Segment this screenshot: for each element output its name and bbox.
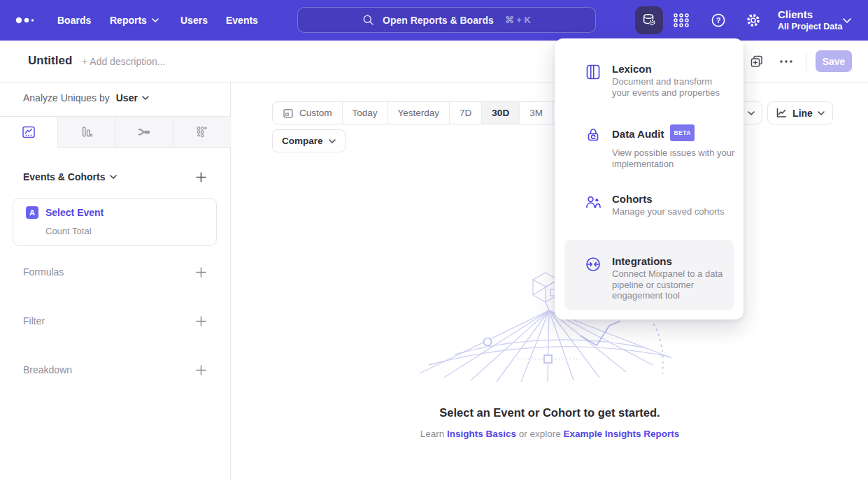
menu-item-data-audit[interactable]: Data Audit BETA View possible issues wit…	[585, 125, 744, 169]
nav-label: Events	[226, 15, 258, 26]
search-shortcut: ⌘ + K	[505, 15, 531, 25]
range-30d[interactable]: 30D	[482, 102, 520, 124]
insights-basics-link[interactable]: Insights Basics	[447, 429, 516, 439]
menu-item-description: View possible issues with your implement…	[612, 148, 744, 169]
org-name: Clients	[778, 8, 842, 21]
select-event-card[interactable]: A Select Event Count Total	[13, 198, 217, 246]
date-range-picker: Custom Today Yesterday 7D 30D 3M 6M	[272, 101, 587, 124]
example-insights-reports-link[interactable]: Example Insights Reports	[564, 429, 680, 439]
nav-label: Boards	[57, 15, 91, 26]
project-name: All Project Data	[778, 21, 842, 33]
line-chart-icon	[22, 125, 36, 139]
range-yesterday[interactable]: Yesterday	[388, 102, 450, 124]
help-button[interactable]: ?	[704, 6, 732, 34]
add-filter-button[interactable]	[195, 315, 207, 327]
chart-type-tabbar	[0, 116, 231, 148]
flow-chart-icon	[137, 125, 151, 139]
uniques-by-dropdown[interactable]: User	[116, 92, 149, 103]
more-options-button[interactable]	[778, 55, 795, 69]
lexicon-icon	[585, 64, 602, 80]
global-search-input[interactable]: Open Reports & Boards ⌘ + K	[297, 7, 596, 33]
range-label: 7D	[460, 108, 471, 118]
add-description-field[interactable]: + Add description...	[82, 56, 165, 67]
range-7d[interactable]: 7D	[450, 102, 482, 124]
ellipsis-icon	[779, 59, 793, 64]
count-total-label[interactable]: Count Total	[45, 226, 92, 236]
events-cohorts-header: Events & Cohorts	[23, 168, 207, 186]
divider	[806, 52, 806, 71]
search-placeholder: Open Reports & Boards	[383, 15, 494, 26]
mixpanel-insights-page: Boards Reports Users Events Open Reports…	[0, 0, 868, 481]
chevron-down-icon	[329, 139, 336, 143]
chart-area: Custom Today Yesterday 7D 30D 3M 6M Comp…	[232, 82, 868, 481]
menu-item-title: Cohorts	[612, 192, 653, 206]
menu-item-description: Document and transform your events and p…	[612, 76, 724, 98]
report-title[interactable]: Untitled	[28, 54, 72, 68]
chevron-down-icon	[142, 96, 149, 100]
integrations-row: Integrations Connect Mixpanel to a data …	[585, 254, 732, 301]
help-icon: ?	[710, 12, 727, 29]
range-label: 3M	[529, 108, 543, 118]
compare-dropdown[interactable]: Compare	[272, 129, 346, 152]
add-formula-button[interactable]	[195, 266, 207, 278]
menu-item-cohorts[interactable]: Cohorts Manage your saved cohorts	[585, 192, 724, 217]
filter-section: Filter	[23, 312, 207, 330]
formulas-label: Formulas	[23, 266, 64, 278]
filter-label: Filter	[23, 315, 45, 326]
add-event-button[interactable]	[195, 171, 207, 183]
integrations-icon	[585, 256, 602, 273]
cohorts-icon	[585, 194, 602, 210]
empty-state-headline: Select an Event or Cohort to get started…	[232, 406, 868, 419]
tab-flow-chart[interactable]	[116, 117, 174, 148]
or-explore-text: or explore	[519, 429, 561, 439]
menu-item-title: Lexicon	[612, 62, 652, 76]
data-management-menu: Lexicon Document and transform your even…	[555, 38, 744, 320]
duplicate-icon[interactable]	[750, 55, 764, 69]
analyze-label: Analyze Uniques by	[23, 92, 110, 103]
range-3m[interactable]: 3M	[520, 102, 553, 124]
chevron-down-icon[interactable]	[843, 18, 851, 23]
project-selector[interactable]: Clients All Project Data	[778, 8, 842, 33]
chevron-down-icon	[818, 111, 825, 115]
apps-grid-button[interactable]	[667, 6, 695, 34]
menu-item-integrations[interactable]: Integrations Connect Mixpanel to a data …	[564, 240, 734, 310]
line-style-icon	[776, 107, 788, 119]
analyze-uniques-row: Analyze Uniques by User	[23, 92, 149, 103]
nav-label: Users	[180, 15, 208, 26]
tab-grid-chart[interactable]	[173, 117, 231, 148]
menu-item-title: Data Audit	[612, 127, 664, 141]
bar-chart-icon	[80, 125, 94, 139]
settings-button[interactable]	[739, 6, 767, 34]
menu-item-title: Integrations	[612, 254, 672, 268]
query-sidebar: Analyze Uniques by User	[0, 82, 231, 481]
nav-item-events[interactable]: Events	[226, 0, 258, 41]
data-management-button[interactable]	[635, 6, 663, 34]
mixpanel-logo-icon[interactable]	[15, 15, 39, 26]
range-today[interactable]: Today	[343, 102, 388, 124]
tab-bar-chart[interactable]	[58, 117, 116, 148]
nav-item-boards[interactable]: Boards	[57, 0, 91, 41]
database-gear-icon	[641, 13, 657, 28]
svg-text:?: ?	[716, 16, 721, 24]
grid-chart-icon	[195, 125, 209, 139]
tab-line-chart[interactable]	[0, 117, 58, 148]
events-cohorts-dropdown[interactable]: Events & Cohorts	[23, 171, 117, 182]
add-breakdown-button[interactable]	[195, 364, 207, 376]
range-custom[interactable]: Custom	[273, 102, 343, 124]
learn-prefix: Learn	[420, 429, 445, 439]
chevron-down-icon	[152, 18, 159, 22]
breakdown-section: Breakdown	[23, 361, 207, 379]
chevron-down-icon	[748, 111, 755, 115]
uniques-by-value: User	[116, 92, 138, 103]
menu-item-lexicon[interactable]: Lexicon Document and transform your even…	[585, 62, 724, 98]
chevron-down-icon	[110, 175, 117, 179]
save-button[interactable]: Save	[816, 50, 852, 72]
range-label: Yesterday	[398, 108, 440, 118]
events-cohorts-label: Events & Cohorts	[23, 171, 105, 182]
nav-item-users[interactable]: Users	[180, 0, 208, 41]
nav-item-reports[interactable]: Reports	[110, 0, 159, 41]
chart-style-dropdown[interactable]: Line	[767, 101, 833, 124]
calendar-icon	[283, 108, 294, 119]
event-series-badge: A	[26, 206, 38, 219]
beta-badge: BETA	[670, 124, 695, 141]
